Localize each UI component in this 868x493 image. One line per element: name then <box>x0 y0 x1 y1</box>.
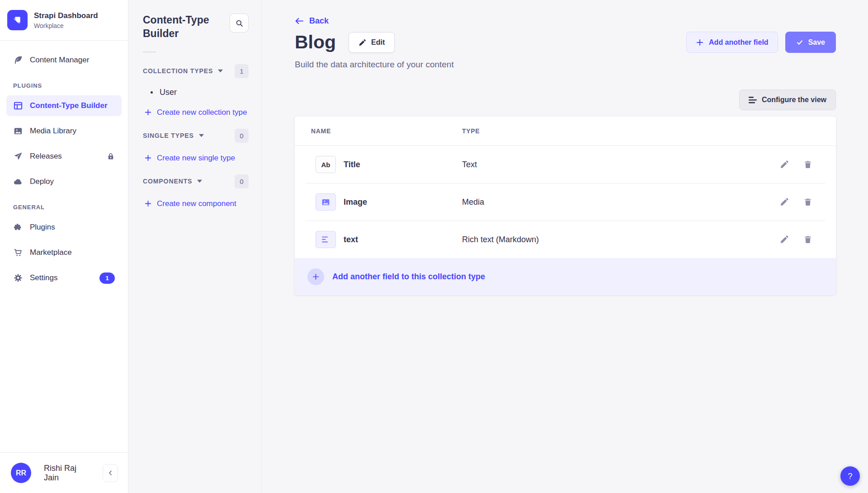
create-component-link[interactable]: Create new component <box>144 199 249 208</box>
collection-types-group-header[interactable]: COLLECTION TYPES 1 <box>143 64 249 78</box>
workspace-header[interactable]: Strapi Dashboard Workplace <box>0 0 128 41</box>
feather-pen-icon <box>13 55 23 65</box>
configure-view-label: Configure the view <box>762 96 826 104</box>
sidebar-item-settings[interactable]: Settings 1 <box>6 268 122 288</box>
configure-view-button[interactable]: Configure the view <box>739 89 836 110</box>
add-field-footer-button[interactable]: Add another field to this collection typ… <box>295 258 836 295</box>
sidebar-item-label: Content-Type Builder <box>30 101 108 110</box>
arrow-left-icon <box>295 16 304 26</box>
subnav-title: Content-Type Builder <box>143 14 217 41</box>
create-collection-type-link[interactable]: Create new collection type <box>144 108 249 117</box>
table-row: Image Media <box>295 183 836 221</box>
trash-icon <box>803 197 813 207</box>
layout-grid-icon <box>13 101 23 111</box>
chevron-down-icon <box>218 69 223 73</box>
edit-label: Edit <box>371 38 385 47</box>
app-root: Strapi Dashboard Workplace Content Manag… <box>0 0 868 493</box>
sidebar-item-marketplace[interactable]: Marketplace <box>6 242 122 263</box>
create-single-type-link[interactable]: Create new single type <box>144 154 249 163</box>
media-field-icon <box>316 193 336 211</box>
components-count-badge: 0 <box>235 174 249 188</box>
collection-type-item-user[interactable]: User <box>151 88 249 97</box>
richtext-field-icon <box>316 231 336 248</box>
components-group-header[interactable]: COMPONENTS 0 <box>143 174 249 188</box>
page-title: Blog <box>295 32 336 52</box>
gear-icon <box>13 273 23 283</box>
collection-type-label: User <box>160 88 177 97</box>
column-header-name: NAME <box>306 127 462 135</box>
sidebar-item-content-manager[interactable]: Content Manager <box>6 50 122 70</box>
delete-field-button[interactable] <box>803 160 813 169</box>
page-subtitle: Build the data architecture of your cont… <box>295 60 454 70</box>
sidebar-item-label: Marketplace <box>30 248 72 257</box>
table-row: Ab Title Text <box>295 146 836 183</box>
sidebar-item-releases[interactable]: Releases <box>6 146 122 167</box>
save-button[interactable]: Save <box>785 32 836 53</box>
column-header-type: TYPE <box>462 127 730 135</box>
sidebar-item-deploy[interactable]: Deploy <box>6 171 122 192</box>
pencil-icon <box>780 160 790 169</box>
pencil-icon <box>780 235 790 244</box>
cloud-icon <box>13 177 23 187</box>
sidebar-nav: Content Manager PLUGINS Content-Type Bui… <box>0 41 128 452</box>
text-field-icon: Ab <box>316 156 336 173</box>
sidebar-footer: RR Rishi Raj Jain <box>0 452 128 493</box>
group-label: COLLECTION TYPES <box>143 67 213 75</box>
avatar[interactable]: RR <box>11 463 31 483</box>
general-section-label: GENERAL <box>13 204 115 211</box>
chevron-left-icon <box>107 470 114 476</box>
field-type: Rich text (Markdown) <box>462 235 730 244</box>
edit-button[interactable]: Edit <box>349 32 395 53</box>
add-another-field-button[interactable]: Add another field <box>686 32 778 53</box>
field-name: text <box>344 235 358 244</box>
back-link[interactable]: Back <box>295 16 454 26</box>
field-name: Title <box>344 160 360 169</box>
single-types-group-header[interactable]: SINGLE TYPES 0 <box>143 129 249 143</box>
table-row: text Rich text (Markdown) <box>295 221 836 258</box>
create-single-type-label: Create new single type <box>157 154 235 163</box>
puzzle-icon <box>13 222 23 232</box>
plus-icon <box>144 108 152 116</box>
plugins-section-label: PLUGINS <box>13 82 115 89</box>
search-button[interactable] <box>230 14 249 33</box>
sidebar-item-label: Deploy <box>30 177 54 186</box>
check-icon <box>796 39 803 46</box>
group-label: COMPONENTS <box>143 178 192 185</box>
main-sidebar: Strapi Dashboard Workplace Content Manag… <box>0 0 128 493</box>
sidebar-item-label: Media Library <box>30 127 76 136</box>
divider <box>143 52 156 52</box>
sidebar-item-plugins[interactable]: Plugins <box>6 217 122 238</box>
group-label: SINGLE TYPES <box>143 132 194 139</box>
help-button[interactable]: ? <box>840 466 860 486</box>
cart-icon <box>13 248 23 258</box>
plus-circle-icon <box>307 268 324 285</box>
bullet-icon <box>151 91 153 94</box>
create-component-label: Create new component <box>157 199 236 208</box>
chevron-down-icon <box>197 179 202 183</box>
edit-field-button[interactable] <box>780 160 790 169</box>
sidebar-item-content-type-builder[interactable]: Content-Type Builder <box>6 95 122 116</box>
delete-field-button[interactable] <box>803 235 813 244</box>
collapse-sidebar-button[interactable] <box>103 464 118 482</box>
filter-lines-icon <box>749 97 757 103</box>
fields-table: NAME TYPE Ab Title Text <box>295 117 836 295</box>
save-label: Save <box>808 38 825 47</box>
edit-field-button[interactable] <box>780 235 790 244</box>
edit-field-button[interactable] <box>780 197 790 207</box>
field-type: Text <box>462 160 730 169</box>
user-name: Rishi Raj Jain <box>44 464 90 483</box>
lock-icon <box>107 152 115 160</box>
paper-plane-icon <box>13 151 23 161</box>
main-content: Back Blog Edit Build the data architectu… <box>262 0 868 493</box>
delete-field-button[interactable] <box>803 197 813 207</box>
pencil-icon <box>780 197 790 207</box>
trash-icon <box>803 235 813 244</box>
sidebar-item-label: Content Manager <box>30 56 89 65</box>
sidebar-item-media-library[interactable]: Media Library <box>6 121 122 141</box>
single-types-count-badge: 0 <box>235 129 249 143</box>
plus-icon <box>696 38 704 47</box>
sidebar-item-label: Releases <box>30 152 62 161</box>
picture-icon <box>13 126 23 136</box>
field-type: Media <box>462 197 730 207</box>
table-header: NAME TYPE <box>295 117 836 146</box>
